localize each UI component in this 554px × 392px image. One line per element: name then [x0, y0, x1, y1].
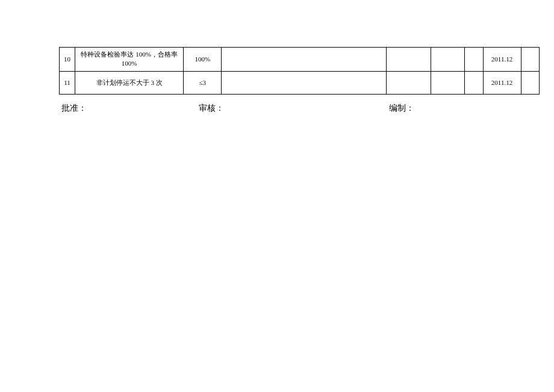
document-container: 10 特种设备检验率达 100%，合格率100% 100% 2011.12 11… [0, 0, 554, 114]
review-label: 审核： [87, 103, 224, 114]
cell-c9 [521, 48, 539, 72]
approve-label: 批准： [59, 103, 87, 114]
cell-c7 [465, 71, 483, 94]
cell-c4 [222, 71, 387, 94]
cell-num: 10 [60, 48, 75, 72]
cell-val: 100% [184, 48, 222, 72]
signature-row: 批准： 审核： 编制： [59, 103, 540, 114]
cell-c7 [465, 48, 483, 72]
cell-c9 [521, 71, 539, 94]
cell-desc: 非计划停运不大于 3 次 [75, 71, 184, 94]
cell-num: 11 [60, 71, 75, 94]
cell-val: ≤3 [184, 71, 222, 94]
cell-c8: 2011.12 [483, 48, 521, 72]
cell-c5 [386, 71, 431, 94]
cell-c8: 2011.12 [483, 71, 521, 94]
compile-label: 编制： [224, 103, 414, 114]
cell-c4 [222, 48, 387, 72]
cell-desc: 特种设备检验率达 100%，合格率100% [75, 48, 184, 72]
cell-c5 [386, 48, 431, 72]
cell-c6 [431, 71, 464, 94]
cell-c6 [431, 48, 464, 72]
table-row: 11 非计划停运不大于 3 次 ≤3 2011.12 [60, 71, 540, 94]
data-table: 10 特种设备检验率达 100%，合格率100% 100% 2011.12 11… [59, 47, 540, 95]
table-row: 10 特种设备检验率达 100%，合格率100% 100% 2011.12 [60, 48, 540, 72]
